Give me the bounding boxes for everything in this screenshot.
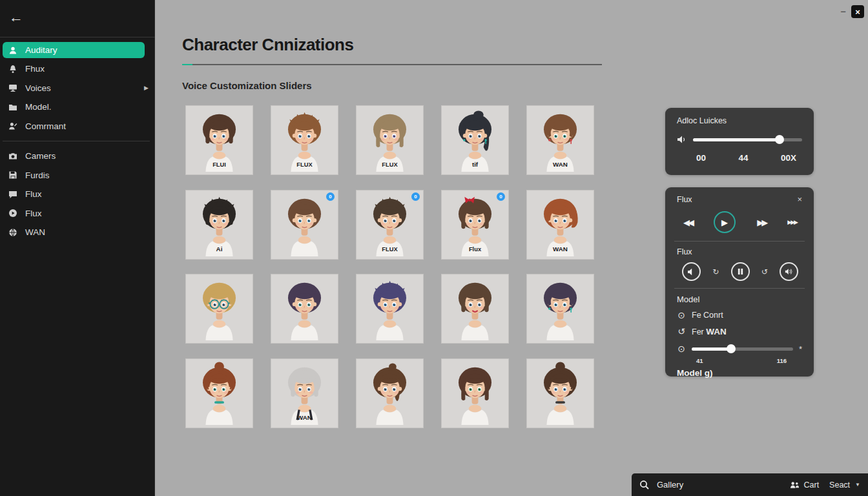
panel-divider [674,288,805,289]
sidebar-item-camers[interactable]: Camers [0,147,155,166]
rewind-button[interactable]: ◀◀ [683,218,692,227]
sidebar-item-label: WAN [25,227,45,237]
sidebar-item-wan[interactable]: WAN [0,223,155,242]
camera-icon [8,151,18,161]
sidebar-item-label: Auditary [25,45,57,55]
player-panel-title: Flux [677,195,692,204]
audio-slider-knob[interactable] [775,135,784,144]
mute-button[interactable] [682,262,701,281]
model-slider-knob[interactable] [727,344,736,353]
radio-icon: ⊙ [677,310,686,320]
notification-badge: 0 [411,192,420,201]
sidebar-item-label: Comrmant [25,121,66,131]
avatar-card-20[interactable] [526,358,594,428]
sidebar-menu: AuditaryFhuxVoices▶Model.ComrmantCamersF… [0,41,155,243]
avatar-card-13[interactable] [356,274,424,344]
player-panel: Flux × ◀◀ ▶ ▶▶ ▶▶▶ Flux ↻ ↺ Model ⊙ Fe C… [665,187,814,377]
notification-badge: 0 [497,192,505,201]
avatar-card-9[interactable]: Flux 0 [441,190,509,260]
slider-min-label: 41 [696,357,703,364]
sidebar-item-label: Voices [25,83,51,93]
avatar-card-11[interactable] [185,274,253,344]
back-arrow-icon[interactable]: ← [9,9,23,26]
avatar-card-7[interactable]: 0 [271,190,338,260]
model-footer: Model g) [677,368,802,378]
sidebar-item-label: Furdis [25,170,50,180]
svg-text:FLUX: FLUX [296,161,313,168]
speaker-icon [677,135,687,144]
avatar-card-2[interactable]: FLUX [271,105,338,175]
audio-slider[interactable] [693,138,802,141]
sidebar-item-flux[interactable]: Flux [0,185,155,204]
bottom-search-bar: Cart Seact ▼ [632,473,868,496]
audio-slider-marks: 00 44 00X [696,153,796,163]
globe-icon [8,227,18,238]
avatar-card-1[interactable]: FLUI [185,105,253,175]
avatar-card-3[interactable]: FLUX [356,105,424,175]
sidebar-item-comrmant[interactable]: Comrmant [0,117,155,136]
audio-mark: 44 [738,153,748,163]
settings-icon[interactable]: * [799,344,802,354]
minimize-icon[interactable]: − [840,6,846,17]
play-button[interactable]: ▶ [714,211,736,233]
avatar-card-5[interactable]: WAN [526,105,594,175]
shuffle-icon[interactable]: ↺ [761,267,768,276]
sidebar-item-label: Flux [25,209,42,218]
sidebar: ← AuditaryFhuxVoices▶Model.ComrmantCamer… [0,0,155,496]
sidebar-group: AuditaryFhuxVoices▶Model.Comrmant [0,41,155,137]
sidebar-item-auditary[interactable]: Auditary [3,42,145,58]
panel-divider [674,241,805,242]
svg-text:Ai: Ai [216,245,223,252]
avatar-card-16[interactable] [185,358,253,428]
avatar-card-14[interactable] [441,274,509,344]
model-slider-range: 41 116 [696,357,787,364]
chevron-down-icon: ▼ [855,482,860,488]
cart-button[interactable]: Cart [790,480,819,490]
svg-text:tif: tif [472,161,479,168]
select-dropdown[interactable]: Seact ▼ [829,480,860,490]
screen-icon [8,83,18,93]
svg-text:WAN: WAN [297,413,312,420]
loop-icon[interactable]: ↻ [712,267,719,276]
page-title: Character Cnnizations [182,35,353,55]
model-option-2[interactable]: ↺ Fer WAN [677,326,802,336]
avatar-card-4[interactable]: tif [441,105,509,175]
model-slider[interactable] [692,347,793,351]
avatar-card-8[interactable]: FLUX 0 [356,190,424,260]
sidebar-item-voices[interactable]: Voices▶ [0,79,155,98]
avatar-card-18[interactable] [356,358,424,428]
sidebar-item-model[interactable]: Model. [0,98,155,117]
model-option-1[interactable]: ⊙ Fe Conrt [677,310,802,320]
sidebar-item-label: Camers [25,151,56,161]
window-controls: − × [840,5,864,18]
transport-controls: ◀◀ ▶ ▶▶ ▶▶▶ [683,211,797,234]
sidebar-item-fhux[interactable]: Fhux [0,59,155,79]
sidebar-item-furdis[interactable]: Furdis [0,166,155,185]
sidebar-divider [3,141,150,141]
audio-mark: 00X [781,153,796,163]
audio-panel: Adloc Luickes 00 44 00X [665,108,814,175]
avatar-card-15[interactable] [526,274,594,344]
svg-text:FLUX: FLUX [382,161,398,168]
search-icon [639,480,650,490]
forward-button[interactable]: ▶▶ [757,218,766,227]
pause-button[interactable] [731,262,750,281]
cart-label: Cart [803,480,819,490]
page-subtitle: Voice Customization Sliders [182,80,312,91]
close-icon[interactable]: × [851,5,864,18]
search-input[interactable] [656,479,733,490]
avatar-card-12[interactable] [271,274,338,344]
close-panel-icon[interactable]: × [797,194,802,204]
avatar-card-19[interactable] [441,358,509,428]
sidebar-item-flux[interactable]: Flux [0,204,155,223]
audio-panel-title: Adloc Luickes [677,116,802,125]
avatar-card-17[interactable]: WAN [271,358,338,428]
skip-button[interactable]: ▶▶▶ [787,219,797,225]
model-slider-fill [692,347,731,351]
model-option-label: Fe Conrt [692,311,723,320]
avatar-card-6[interactable]: Ai [185,190,253,260]
audio-mark: 00 [696,153,706,163]
sidebar-top-divider [0,37,155,37]
avatar-card-10[interactable]: WAN [526,190,594,260]
volume-button[interactable] [780,262,798,281]
